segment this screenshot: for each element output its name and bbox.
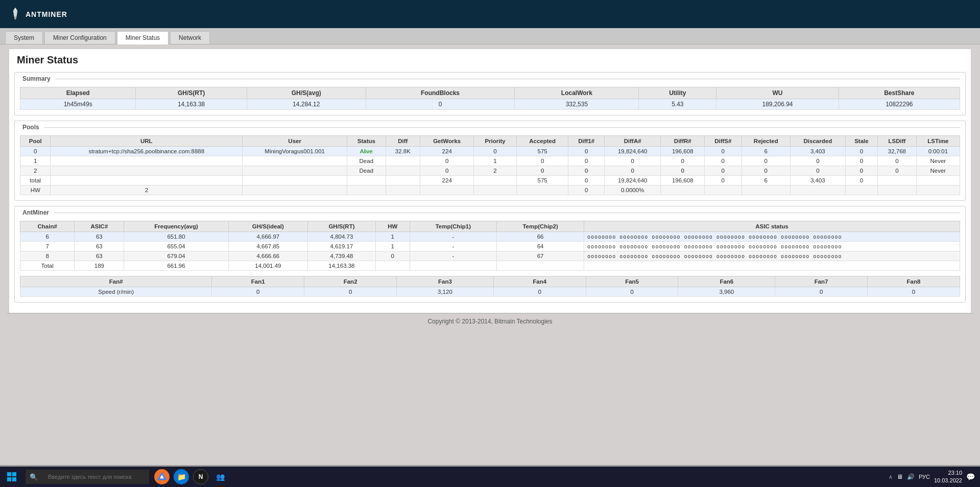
fan-col-fan2: Fan2 [304, 276, 397, 287]
pool-col-lsdiff: LSDiff [878, 136, 917, 147]
pool-hw-lstime [916, 185, 960, 195]
search-input[interactable] [43, 470, 145, 484]
val-foundblocks: 0 [366, 99, 515, 110]
footer: Copyright © 2013-2014, Bitmain Technolog… [6, 313, 974, 329]
chaintotal-status [584, 261, 960, 271]
chaintotal-hw [375, 261, 410, 271]
pool-col-user: User [243, 136, 347, 147]
chain8-rt: 4,739.48 [308, 251, 376, 261]
tab-bar: System Miner Configuration Miner Status … [0, 28, 980, 44]
antminer-label: AntMiner [20, 209, 52, 216]
chrome-icon[interactable] [154, 469, 170, 484]
chain-col-hw: HW [375, 221, 410, 232]
pool-hw-diffs [705, 185, 742, 195]
tab-miner-status[interactable]: Miner Status [117, 31, 169, 44]
pool-col-rejected: Rejected [742, 136, 791, 147]
search-bar[interactable]: 🔍 [26, 470, 149, 484]
chain7-hw: 1 [375, 242, 410, 251]
pool-total-discarded: 3,403 [791, 176, 846, 185]
pool-total-lsdiff [878, 176, 917, 185]
pool-hw-diff1: 0 [568, 185, 604, 195]
pool-2-rejected: 0 [742, 166, 791, 176]
fan-speed-6: 3,960 [678, 287, 775, 297]
fan-speed-5: 0 [586, 287, 678, 297]
pool-0-lsdiff: 32,768 [878, 147, 917, 156]
pool-0-user: MiningVoragus001.001 [243, 147, 347, 156]
tab-network[interactable]: Network [170, 31, 210, 44]
pool-total-rejected: 6 [742, 176, 791, 185]
col-utility: Utility [639, 87, 716, 99]
fan-col-fan8: Fan8 [868, 276, 960, 287]
fan-speed-8: 0 [868, 287, 960, 297]
pool-hw-discarded [791, 185, 846, 195]
pool-total-diffa: 19,824,640 [604, 176, 661, 185]
pool-total-priority [474, 176, 517, 185]
pool-2-getworks: 0 [420, 166, 474, 176]
pool-2-accepted: 0 [516, 166, 568, 176]
pool-2-url [51, 166, 243, 176]
val-utility: 5.43 [639, 99, 716, 110]
pool-1-diff [386, 156, 420, 166]
notepad-icon[interactable]: N [193, 469, 208, 484]
taskbar-right: ∧ 🖥 🔊 РУС 23:10 10.03.2022 💬 [889, 469, 980, 485]
pool-1-user [243, 156, 347, 166]
language-indicator[interactable]: РУС [919, 474, 930, 480]
svg-rect-2 [7, 477, 11, 481]
pool-2-discarded: 0 [791, 166, 846, 176]
other-app-icon[interactable]: 👥 [212, 469, 228, 484]
file-explorer-icon[interactable]: 📁 [174, 469, 189, 484]
pool-1-diff1: 0 [568, 156, 604, 166]
pools-table: Pool URL User Status Diff GetWorks Prior… [20, 135, 960, 195]
pools-label: Pools [20, 124, 42, 131]
chain8-hw: 0 [375, 251, 410, 261]
chain6-asic: 63 [75, 232, 124, 242]
col-foundblocks: FoundBlocks [366, 87, 515, 99]
table-row: 0 stratum+tcp://sha256.poolbinance.com:8… [20, 147, 960, 156]
pool-hw-accepted [516, 185, 568, 195]
windows-logo-icon [7, 472, 17, 482]
pool-hw-url: 2 [51, 185, 243, 195]
network-icon: 🖥 [897, 473, 903, 480]
chain-col-temp2: Temp(Chip2) [497, 221, 584, 232]
tab-miner-configuration[interactable]: Miner Configuration [44, 31, 115, 44]
chain6-chain: 6 [20, 232, 75, 242]
chain8-ideal: 4,666.66 [228, 251, 307, 261]
tab-system[interactable]: System [5, 31, 43, 44]
fan-speed-7: 0 [775, 287, 868, 297]
pool-hw-label: HW [20, 185, 51, 195]
pool-col-getworks: GetWorks [420, 136, 474, 147]
pool-1-url [51, 156, 243, 166]
pool-hw-diffa: 0.0000% [604, 185, 661, 195]
chain8-asic: 63 [75, 251, 124, 261]
val-localwork: 332,535 [515, 99, 639, 110]
chaintotal-asic: 189 [75, 261, 124, 271]
val-elapsed: 1h45m49s [20, 99, 136, 110]
pool-2-status: Dead [347, 166, 386, 176]
pool-2-diff1: 0 [568, 166, 604, 176]
chain-col-temp1: Temp(Chip1) [410, 221, 497, 232]
taskbar: 🔍 📁 N 👥 ∧ 🖥 🔊 РУС 23:10 10.03.2022 💬 [0, 467, 980, 487]
val-ghsavg: 14,284.12 [247, 99, 366, 110]
pool-2-diff [386, 166, 420, 176]
date-display: 10.03.2022 [934, 477, 962, 484]
pool-col-discarded: Discarded [791, 136, 846, 147]
pool-1-lstime: Never [916, 156, 960, 166]
antminer-logo-icon [8, 7, 23, 22]
pool-total-diffs: 0 [705, 176, 742, 185]
pool-col-pool: Pool [20, 136, 51, 147]
logo: ANTMINER [8, 7, 67, 22]
chain8-temp1: - [410, 251, 497, 261]
notifications-icon[interactable]: 💬 [966, 473, 975, 481]
pool-0-diffr: 196,608 [661, 147, 705, 156]
pool-0-pool: 0 [20, 147, 51, 156]
summary-section: Summary Elapsed GH/S(RT) GH/S(avg) Found… [14, 72, 966, 115]
start-button[interactable] [0, 467, 23, 487]
pool-hw-priority [474, 185, 517, 195]
chain6-status: oooooooo oooooooo oooooooo oooooooo oooo… [584, 232, 960, 242]
time-display: 23:10 [934, 469, 962, 477]
chain-col-ideal: GH/S(ideal) [228, 221, 307, 232]
pool-total-accepted: 575 [516, 176, 568, 185]
pool-total-getworks: 224 [420, 176, 474, 185]
fan-speed-3: 3,120 [397, 287, 494, 297]
pool-col-accepted: Accepted [516, 136, 568, 147]
